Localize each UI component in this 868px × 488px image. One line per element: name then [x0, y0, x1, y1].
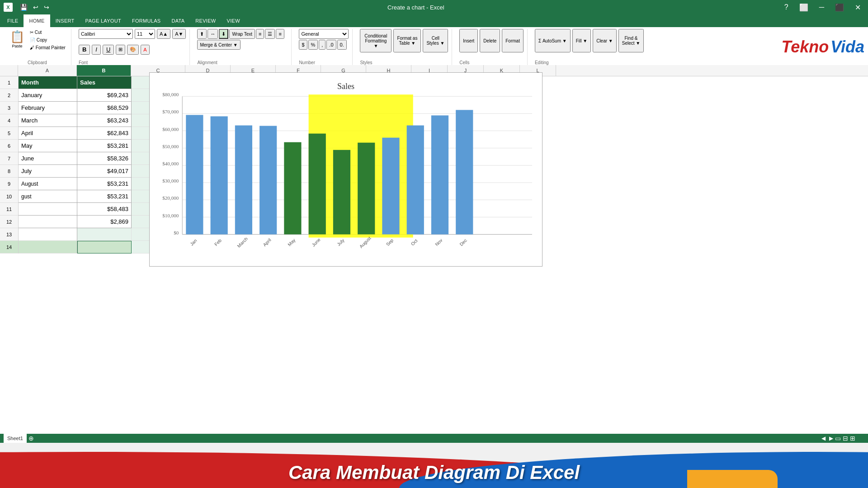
comma-btn[interactable]: , [319, 40, 326, 50]
align-right-btn[interactable]: ≡ [276, 29, 284, 39]
font-color-btn[interactable]: A [141, 45, 149, 55]
cell-a11[interactable] [19, 203, 77, 216]
tab-review[interactable]: REVIEW [190, 14, 221, 27]
cell-b6[interactable]: $53,281 [77, 140, 132, 152]
col-header-b[interactable]: B [77, 65, 131, 76]
add-sheet-btn[interactable]: ⊕ [28, 435, 34, 442]
format-as-table-btn[interactable]: Format asTable ▼ [393, 29, 421, 52]
cell-b1[interactable]: Sales [77, 76, 132, 89]
tab-home[interactable]: HOME [24, 14, 50, 27]
fill-color-btn[interactable]: 🎨 [127, 45, 139, 55]
merge-center-btn[interactable]: Merge & Center ▼ [197, 40, 240, 50]
cell-a6[interactable]: May [19, 140, 77, 152]
cell-b14[interactable] [77, 241, 132, 253]
cell-a3[interactable]: February [19, 102, 77, 114]
clear-btn[interactable]: Clear ▼ [593, 29, 617, 52]
delete-cells-btn[interactable]: Delete [480, 29, 500, 52]
bar-aug [358, 143, 375, 235]
fill-btn[interactable]: Fill ▼ [572, 29, 591, 52]
title-bar: X 💾 ↩ ↪ Create a chart - Excel ? ⬜ ─ ⬛ ✕ [0, 0, 868, 14]
cell-a9[interactable]: August [19, 178, 77, 190]
cell-a4[interactable]: March [19, 114, 77, 127]
sheet-tab[interactable]: Sheet1 [4, 434, 27, 443]
cell-b10[interactable]: $53,231 [77, 190, 132, 203]
chart-container[interactable]: Sales $0 $10,000 $20,000 $30,000 $40,000… [149, 72, 542, 267]
cell-b11[interactable]: $58,483 [77, 203, 132, 216]
format-cells-btn[interactable]: Format [502, 29, 524, 52]
restore-btn[interactable]: ⬜ [796, 2, 812, 13]
conditional-formatting-btn[interactable]: ConditionalFormatting ▼ [360, 29, 392, 52]
align-top-btn[interactable]: ⬆ [197, 29, 207, 39]
help-btn[interactable]: ? [781, 2, 792, 13]
cell-b2[interactable]: $69,243 [77, 89, 132, 102]
redo-icon[interactable]: ↪ [42, 3, 51, 12]
tab-page-layout[interactable]: PAGE LAYOUT [80, 14, 127, 27]
cell-a13[interactable] [19, 228, 77, 241]
cut-button[interactable]: ✂ Cut [28, 29, 67, 36]
scroll-left-btn[interactable]: ◀ [820, 435, 827, 441]
row-num-4: 4 [0, 114, 18, 127]
close-btn[interactable]: ✕ [851, 2, 864, 13]
cell-a8[interactable]: July [19, 165, 77, 178]
cell-b5[interactable]: $62,843 [77, 127, 132, 140]
undo-icon[interactable]: ↩ [31, 3, 40, 12]
decrease-font-btn[interactable]: A▼ [172, 29, 186, 39]
font-family-select[interactable]: Calibri [79, 29, 133, 39]
cell-a14[interactable] [19, 241, 77, 253]
align-left-btn[interactable]: ≡ [256, 29, 264, 39]
page-layout-view-btn[interactable]: ⊟ [843, 435, 848, 442]
cell-a7[interactable]: June [19, 152, 77, 165]
font-size-select[interactable]: 11 [135, 29, 155, 39]
copy-button[interactable]: 📄 Copy [28, 37, 67, 43]
minimize-btn[interactable]: ─ [816, 2, 828, 13]
cell-a10[interactable]: gust [19, 190, 77, 203]
bold-btn[interactable]: B [79, 45, 90, 55]
scroll-right-btn[interactable]: ▶ [827, 435, 835, 441]
paste-button[interactable]: 📋 Paste [7, 29, 27, 49]
format-painter-button[interactable]: 🖌 Format Painter [28, 44, 67, 51]
align-center-btn[interactable]: ☰ [265, 29, 275, 39]
normal-view-btn[interactable]: ▭ [835, 435, 841, 442]
tab-insert[interactable]: INSERT [50, 14, 80, 27]
align-bottom-btn[interactable]: ⬇ [219, 29, 228, 39]
cell-b13[interactable] [77, 228, 132, 241]
increase-decimal-btn[interactable]: .0 [326, 40, 336, 50]
page-break-view-btn[interactable]: ⊞ [850, 435, 855, 442]
underline-btn[interactable]: U [103, 45, 114, 55]
tab-file[interactable]: FILE [2, 14, 24, 27]
border-btn[interactable]: ⊞ [116, 45, 125, 55]
italic-btn[interactable]: I [92, 45, 101, 55]
save-icon[interactable]: 💾 [18, 3, 29, 12]
tab-data[interactable]: DATA [166, 14, 190, 27]
number-format-select[interactable]: General [299, 29, 349, 39]
cell-b3[interactable]: $68,529 [77, 102, 132, 114]
currency-btn[interactable]: $ [299, 40, 307, 50]
cell-a5[interactable]: April [19, 127, 77, 140]
cell-b9[interactable]: $53,231 [77, 178, 132, 190]
tab-formulas[interactable]: FORMULAS [127, 14, 166, 27]
tab-view[interactable]: VIEW [222, 14, 245, 27]
insert-cells-btn[interactable]: Insert [459, 29, 478, 52]
row-num-7: 7 [0, 152, 18, 165]
row-num-14[interactable]: 14 [0, 241, 18, 253]
cell-styles-btn[interactable]: CellStyles ▼ [423, 29, 448, 52]
ribbon-group-font: Calibri 11 A▲ A▼ B I U ⊞ 🎨 A Font [75, 29, 190, 65]
cell-b7[interactable]: $58,326 [77, 152, 132, 165]
find-select-btn[interactable]: Find &Select ▼ [618, 29, 644, 52]
cell-a12[interactable] [19, 216, 77, 228]
wrap-text-btn[interactable]: Wrap Text [229, 29, 255, 39]
bar-may [284, 142, 301, 235]
cell-b12[interactable]: $2,869 [77, 216, 132, 228]
cell-b4[interactable]: $63,243 [77, 114, 132, 127]
cell-a2[interactable]: January [19, 89, 77, 102]
autosum-btn[interactable]: Σ AutoSum ▼ [535, 29, 571, 52]
increase-font-btn[interactable]: A▲ [157, 29, 170, 39]
decrease-decimal-btn[interactable]: 0. [337, 40, 347, 50]
percent-btn[interactable]: % [308, 40, 318, 50]
svg-text:$10,000: $10,000 [162, 213, 179, 218]
cell-b8[interactable]: $49,017 [77, 165, 132, 178]
cell-a1[interactable]: Month [19, 76, 77, 89]
col-header-a[interactable]: A [18, 65, 77, 76]
align-middle-btn[interactable]: ↔ [208, 29, 218, 39]
maximize-btn[interactable]: ⬛ [831, 2, 848, 13]
